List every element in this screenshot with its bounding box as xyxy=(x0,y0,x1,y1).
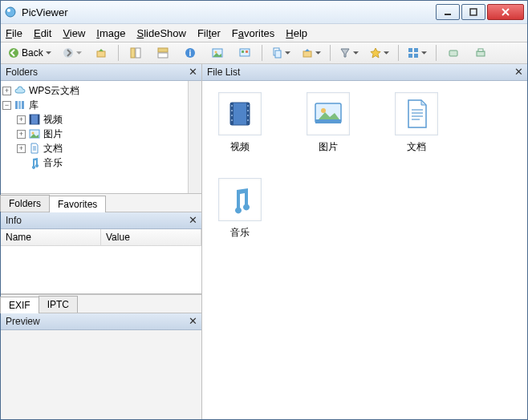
panel-icon xyxy=(130,47,141,59)
tree-node-video[interactable]: + 视频 xyxy=(2,112,186,127)
folder-tree[interactable]: + WPS云文档 − 库 + 视频 xyxy=(1,81,188,193)
svg-point-45 xyxy=(231,110,233,111)
svg-rect-32 xyxy=(22,101,24,109)
folder-tabs: Folders Favorites xyxy=(1,193,201,212)
info-button[interactable]: i xyxy=(178,44,202,62)
file-item-music[interactable]: 音乐 xyxy=(212,178,268,240)
tab-iptc[interactable]: IPTC xyxy=(39,296,78,313)
menu-favorites[interactable]: Favorites xyxy=(232,27,274,39)
forward-button[interactable] xyxy=(59,44,86,62)
printer-icon xyxy=(475,47,486,59)
maximize-button[interactable] xyxy=(461,4,485,20)
music-icon xyxy=(28,156,41,169)
expand-icon[interactable]: + xyxy=(17,130,26,139)
svg-rect-27 xyxy=(449,50,457,56)
tree-node-images[interactable]: + 图片 xyxy=(2,127,186,141)
preview-panel-header: Preview ✕ xyxy=(1,313,201,330)
toolbar-separator xyxy=(262,45,262,61)
slideshow-icon xyxy=(239,47,250,59)
expand-icon[interactable]: + xyxy=(2,87,11,95)
move-button[interactable] xyxy=(298,44,325,62)
preview-panel-close[interactable]: ✕ xyxy=(187,315,198,326)
info-panel-close[interactable]: ✕ xyxy=(187,214,198,225)
svg-rect-9 xyxy=(131,48,135,58)
menu-slideshow[interactable]: SlideShow xyxy=(136,27,185,39)
up-button[interactable] xyxy=(89,44,113,62)
folders-panel-close[interactable]: ✕ xyxy=(187,66,198,77)
scrollbar[interactable] xyxy=(188,81,201,193)
tree-node-docs[interactable]: + 文档 xyxy=(2,141,186,155)
forward-arrow-icon xyxy=(63,47,74,59)
copy-button[interactable] xyxy=(267,44,294,62)
preview-panel-body xyxy=(1,330,201,419)
file-name: 文档 xyxy=(407,140,426,154)
svg-rect-31 xyxy=(18,101,21,109)
scan-button[interactable] xyxy=(441,44,465,62)
svg-rect-34 xyxy=(30,115,31,124)
back-button[interactable]: Back xyxy=(4,44,55,62)
menu-edit[interactable]: Edit xyxy=(34,27,51,39)
thumbs-button[interactable] xyxy=(205,44,229,62)
print-button[interactable] xyxy=(469,44,493,62)
svg-point-44 xyxy=(231,105,233,107)
favorite-button[interactable] xyxy=(366,44,393,62)
left-pane: Folders ✕ + WPS云文档 − 库 xyxy=(1,64,202,419)
menu-help[interactable]: Help xyxy=(286,27,307,39)
app-window: PicViewer File Edit View Image SlideShow… xyxy=(0,0,528,420)
toolbar: Back i xyxy=(1,42,527,64)
filelist-panel-title: File List xyxy=(207,67,240,78)
menu-filter[interactable]: Filter xyxy=(197,27,221,39)
info-col-name[interactable]: Name xyxy=(1,229,101,245)
svg-rect-26 xyxy=(414,54,418,58)
menu-file[interactable]: File xyxy=(6,27,22,39)
svg-rect-29 xyxy=(478,49,483,51)
tab-favorites[interactable]: Favorites xyxy=(49,196,106,212)
panel-preview-button[interactable] xyxy=(151,44,175,62)
svg-rect-18 xyxy=(242,50,244,53)
file-item-images[interactable]: 图片 xyxy=(300,92,356,154)
back-arrow-icon xyxy=(8,47,19,59)
filelist-panel-close[interactable]: ✕ xyxy=(513,66,524,77)
expand-icon[interactable]: + xyxy=(17,115,26,124)
tree-label: 视频 xyxy=(43,113,63,127)
svg-rect-3 xyxy=(470,9,477,15)
menu-bar: File Edit View Image SlideShow Filter Fa… xyxy=(1,24,527,42)
info-col-value[interactable]: Value xyxy=(101,229,201,245)
folders-panel-header: Folders ✕ xyxy=(1,64,201,81)
view-mode-button[interactable] xyxy=(404,44,431,62)
menu-view[interactable]: View xyxy=(63,27,85,39)
info-panel-header: Info ✕ xyxy=(1,212,201,229)
tree-label: WPS云文档 xyxy=(29,84,79,98)
tree-label: 图片 xyxy=(43,127,63,141)
svg-rect-21 xyxy=(275,50,281,58)
file-name: 图片 xyxy=(319,140,338,154)
back-label: Back xyxy=(22,47,43,59)
svg-point-49 xyxy=(247,110,249,111)
minimize-button[interactable] xyxy=(436,4,460,20)
chevron-down-icon xyxy=(46,51,51,55)
image-icon xyxy=(212,47,223,59)
expand-icon[interactable]: + xyxy=(17,144,26,153)
tab-folders[interactable]: Folders xyxy=(0,195,50,212)
panel-folders-button[interactable] xyxy=(124,44,148,62)
collapse-icon[interactable]: − xyxy=(2,101,11,110)
title-bar: PicViewer xyxy=(1,1,527,24)
library-icon xyxy=(14,99,26,111)
tree-node-library[interactable]: − 库 xyxy=(2,98,186,112)
music-icon xyxy=(218,178,262,221)
tree-node-music[interactable]: 音乐 xyxy=(2,155,186,170)
menu-image[interactable]: Image xyxy=(96,27,125,39)
filter-button[interactable] xyxy=(335,44,363,62)
tab-exif[interactable]: EXIF xyxy=(0,297,39,313)
tree-node-wps[interactable]: + WPS云文档 xyxy=(2,83,186,98)
file-list[interactable]: 视频 图片 文档 xyxy=(202,81,527,419)
file-item-video[interactable]: 视频 xyxy=(212,92,268,154)
folder-up-icon xyxy=(95,47,107,59)
toolbar-separator xyxy=(118,45,119,61)
close-button[interactable] xyxy=(487,4,524,20)
svg-rect-22 xyxy=(303,51,311,57)
file-item-docs[interactable]: 文档 xyxy=(388,92,445,154)
cloud-icon xyxy=(14,84,26,97)
chevron-down-icon xyxy=(285,51,290,55)
slideshow-button[interactable] xyxy=(233,44,257,62)
